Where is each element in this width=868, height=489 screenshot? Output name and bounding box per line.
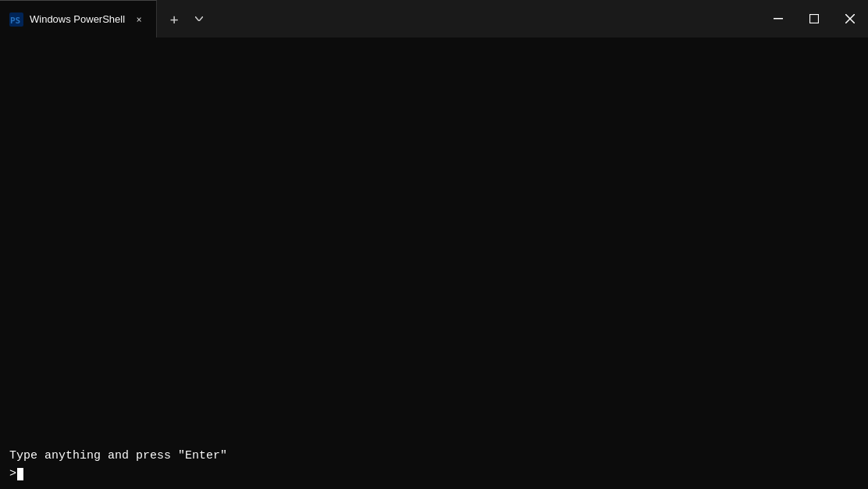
terminal-instruction: Type anything and press "Enter" xyxy=(9,448,859,466)
close-button[interactable] xyxy=(832,6,868,31)
chevron-down-icon xyxy=(195,16,203,21)
maximize-button[interactable] xyxy=(796,6,832,31)
tab-dropdown-button[interactable] xyxy=(188,8,210,30)
tab-area: PS Windows PowerShell × + xyxy=(0,0,760,37)
tab-label: Windows PowerShell xyxy=(30,13,125,25)
svg-rect-2 xyxy=(774,18,783,20)
svg-rect-3 xyxy=(810,15,819,23)
minimize-icon xyxy=(774,18,783,20)
title-bar: PS Windows PowerShell × + xyxy=(0,0,868,37)
tab-close-button[interactable]: × xyxy=(131,12,147,27)
powershell-tab[interactable]: PS Windows PowerShell × xyxy=(0,0,157,37)
terminal-cursor xyxy=(17,468,23,480)
terminal-body[interactable]: Type anything and press "Enter" > xyxy=(0,37,868,489)
window-controls xyxy=(760,0,868,37)
maximize-icon xyxy=(809,14,819,23)
prompt-symbol: > xyxy=(9,466,16,484)
svg-text:PS: PS xyxy=(10,16,20,26)
powershell-icon: PS xyxy=(9,12,23,27)
close-icon xyxy=(845,14,855,23)
minimize-button[interactable] xyxy=(760,6,796,31)
terminal-prompt-line: > xyxy=(9,466,859,484)
new-tab-button[interactable]: + xyxy=(160,5,188,33)
